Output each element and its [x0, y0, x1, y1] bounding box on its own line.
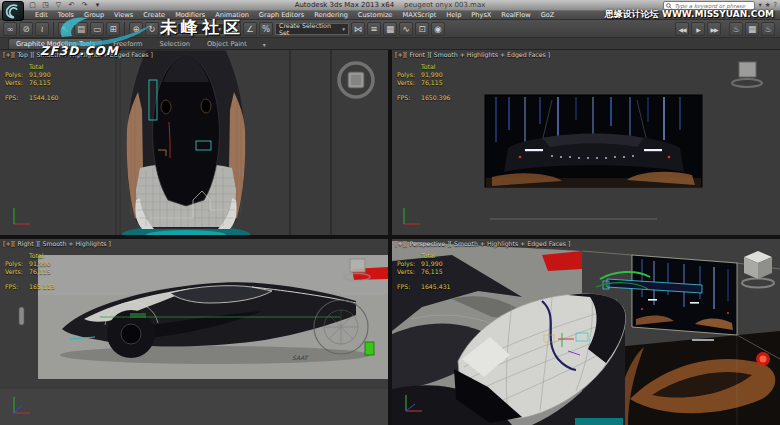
reference-photo-front[interactable] [485, 95, 702, 187]
main-toolbar: ∞ ⊘ ≀ ↖ ▤ ▭ ⊞ ⊕ ↻ ◱ View▾ 3 ∠ % Create S… [0, 20, 780, 38]
ribbon-tab-bar: Graphite Modeling Tools Freeform Selecti… [0, 38, 780, 50]
viewport-label[interactable]: [+][ Right ][ Smooth + Highlights ] [3, 240, 111, 247]
tab-selection[interactable]: Selection [153, 39, 197, 49]
viewport-right[interactable]: SAAT [+][ Right ][ Smooth + Highlights ] [0, 239, 388, 425]
viewport-statistics: Total Polys:91,990 Verts:76,115 FPS:1650… [397, 63, 451, 102]
project-folder-icon[interactable]: ▾ [93, 1, 102, 10]
chevron-down-icon: ▾ [218, 26, 221, 32]
menu-tools[interactable]: Tools [53, 11, 79, 19]
menu-edit[interactable]: Edit [30, 11, 53, 19]
select-by-name-icon[interactable]: ▤ [74, 22, 88, 36]
selection-gizmo[interactable] [365, 342, 374, 355]
top-right-reference-photo[interactable] [632, 255, 737, 335]
menu-bar: Edit Tools Group Views Create Modifiers … [0, 11, 780, 20]
go-to-start-icon[interactable]: ◀◀ [675, 22, 689, 36]
open-file-icon[interactable]: ◳ [41, 1, 50, 10]
menu-animation[interactable]: Animation [210, 11, 254, 19]
curve-editor-icon[interactable]: ∿ [399, 22, 413, 36]
right-view-canvas: SAAT [0, 239, 388, 425]
favorites-icon[interactable]: ★ [765, 1, 771, 10]
layer-manager-icon[interactable]: ▦ [383, 22, 397, 36]
play-animation-icon[interactable]: ▶ [691, 22, 705, 36]
mirror-icon[interactable]: ⋈ [351, 22, 365, 36]
playback-controls: ◀◀ ▶ ▶▶ [675, 22, 721, 36]
viewport-top[interactable]: [+][ Top ][ Smooth + Highlights + Edged … [0, 50, 388, 235]
title-bar: ▢ ◳ ▽ ↶ ↷ ▾ Autodesk 3ds Max 2013 x64peu… [0, 0, 780, 11]
viewport-grid: [+][ Top ][ Smooth + Highlights + Edged … [0, 50, 780, 425]
align-icon[interactable]: ≡ [367, 22, 381, 36]
menu-graph-editors[interactable]: Graph Editors [254, 11, 309, 19]
quick-access-toolbar: ▢ ◳ ▽ ↶ ↷ ▾ [28, 1, 102, 10]
schematic-view-icon[interactable]: ⊡ [415, 22, 429, 36]
3dsmax-logo-icon[interactable] [2, 1, 24, 21]
menu-modifiers[interactable]: Modifiers [170, 11, 210, 19]
chevron-down-icon: ▾ [342, 26, 345, 32]
window-crossing-icon[interactable]: ⊞ [106, 22, 120, 36]
infocenter: ▾ ★ ? [663, 1, 777, 10]
menu-goz[interactable]: GoZ [536, 11, 560, 19]
file-name: peugeot onyx 003.max [404, 1, 485, 9]
tab-freeform[interactable]: Freeform [106, 39, 149, 49]
tab-object-paint[interactable]: Object Paint [200, 39, 254, 49]
bind-to-space-warp-icon[interactable]: ≀ [35, 22, 49, 36]
redo-icon[interactable]: ↷ [80, 1, 89, 10]
go-to-end-icon[interactable]: ▶▶ [707, 22, 721, 36]
viewport-label[interactable]: [+][ Top ][ Smooth + Highlights + Edged … [3, 51, 153, 58]
select-and-scale-icon[interactable]: ◱ [161, 22, 175, 36]
help-icon[interactable]: ? [774, 1, 777, 10]
ribbon-collapse-icon[interactable]: ▾ [263, 41, 266, 49]
sketch-signature: SAAT [292, 354, 309, 361]
scene-object-small[interactable] [19, 307, 24, 325]
viewport-label[interactable]: [+][ Perspective ][ Smooth + Highlights … [395, 240, 570, 247]
search-icon [666, 3, 672, 9]
menu-group[interactable]: Group [79, 11, 109, 19]
select-object-icon[interactable]: ↖ [58, 22, 72, 36]
menu-customize[interactable]: Customize [353, 11, 398, 19]
search-input[interactable] [674, 3, 752, 9]
select-and-link-icon[interactable]: ∞ [3, 22, 17, 36]
undo-icon[interactable]: ↶ [67, 1, 76, 10]
new-scene-icon[interactable]: ▢ [28, 1, 37, 10]
percent-snap-icon[interactable]: % [259, 22, 273, 36]
3dsmax-window: ▢ ◳ ▽ ↶ ↷ ▾ Autodesk 3ds Max 2013 x64peu… [0, 0, 780, 425]
menu-physx[interactable]: PhysX [466, 11, 496, 19]
menu-help[interactable]: Help [441, 11, 466, 19]
viewport-statistics: Total Polys:91,990 Verts:76,115 FPS:1645… [397, 252, 451, 291]
viewport-label[interactable]: [+][ Front ][ Smooth + Highlights + Edge… [395, 51, 550, 58]
reference-coordinate-dropdown[interactable]: View▾ [177, 23, 225, 35]
toolbar-separator [53, 22, 54, 36]
render-buttons: ♨ ▦ ♨ [729, 22, 775, 36]
toolbar-separator [124, 22, 125, 36]
unlink-selection-icon[interactable]: ⊘ [19, 22, 33, 36]
search-options-icon[interactable]: ▾ [758, 1, 761, 10]
viewport-statistics: Total Polys:91,990 Verts:76,115 FPS:1544… [5, 63, 59, 102]
app-title: Autodesk 3ds Max 2013 x64 [295, 1, 394, 9]
render-production-icon[interactable]: ♨ [761, 22, 775, 36]
viewport-statistics: Total Polys:91,990 Verts:76,115 FPS:165.… [5, 252, 55, 291]
menu-create[interactable]: Create [138, 11, 170, 19]
search-box[interactable] [663, 1, 755, 10]
menu-maxscript[interactable]: MAXScript [397, 11, 441, 19]
select-and-rotate-icon[interactable]: ↻ [145, 22, 159, 36]
tab-graphite-modeling-tools[interactable]: Graphite Modeling Tools [8, 38, 103, 49]
select-and-move-icon[interactable]: ⊕ [129, 22, 143, 36]
named-selection-sets-dropdown[interactable]: Create Selection Set▾ [275, 23, 349, 35]
rectangular-selection-region-icon[interactable]: ▭ [90, 22, 104, 36]
rendered-frame-window-icon[interactable]: ▦ [745, 22, 759, 36]
angle-snap-icon[interactable]: ∠ [243, 22, 257, 36]
viewport-perspective[interactable]: [+][ Perspective ][ Smooth + Highlights … [392, 239, 780, 425]
material-editor-icon[interactable]: ◉ [431, 22, 445, 36]
menu-rendering[interactable]: Rendering [309, 11, 353, 19]
save-file-icon[interactable]: ▽ [54, 1, 63, 10]
car-model-top-view[interactable] [126, 50, 245, 229]
menu-views[interactable]: Views [109, 11, 138, 19]
viewport-front[interactable]: [+][ Front ][ Smooth + Highlights + Edge… [392, 50, 780, 235]
snaps-toggle-icon[interactable]: 3 [227, 22, 241, 36]
menu-realflow[interactable]: RealFlow [496, 11, 535, 19]
render-setup-icon[interactable]: ♨ [729, 22, 743, 36]
